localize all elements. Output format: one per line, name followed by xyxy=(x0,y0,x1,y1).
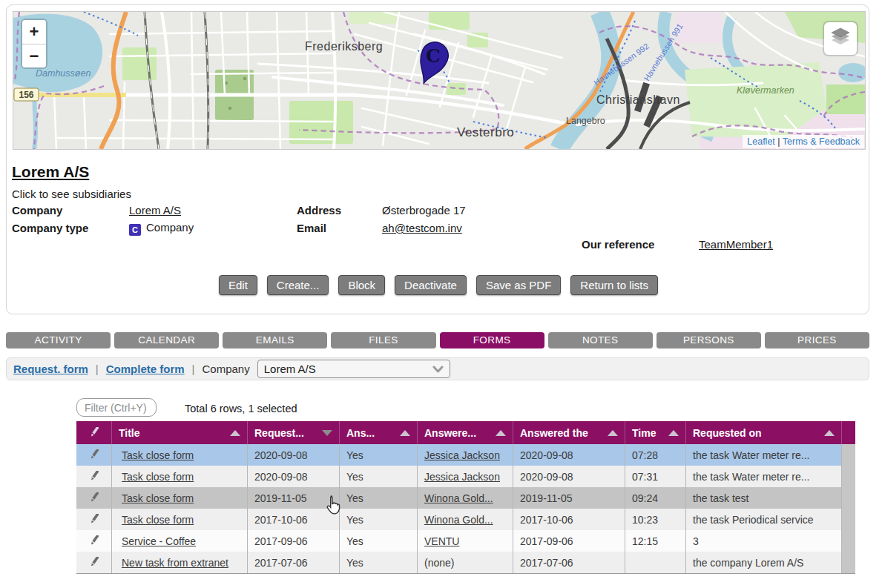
create-button[interactable]: Create... xyxy=(267,275,329,295)
tab-activity[interactable]: ACTIVITY xyxy=(6,332,111,348)
edit-row-button[interactable] xyxy=(76,466,112,487)
tab-files[interactable]: FILES xyxy=(331,332,435,348)
column-header-answered-the[interactable]: Answered the xyxy=(513,421,625,444)
tab-prices[interactable]: PRICES xyxy=(765,332,869,348)
tab-forms[interactable]: FORMS xyxy=(440,332,544,348)
marker-letter: C xyxy=(426,45,441,67)
company-select[interactable]: Lorem A/S xyxy=(257,360,450,378)
company-type-label: Company type xyxy=(12,222,88,234)
edit-row-button[interactable] xyxy=(76,530,112,552)
terms-feedback-link[interactable]: Terms & Feedback xyxy=(783,136,860,147)
column-label: Ans... xyxy=(346,427,375,439)
page: 156 Damhussøen Frederiksberg Vesterbro C… xyxy=(0,0,882,588)
column-header-time[interactable]: Time xyxy=(625,421,686,444)
cell-answered: Yes xyxy=(340,552,418,573)
cell-link[interactable]: Winona Gold... xyxy=(424,492,493,504)
column-label: Answered the xyxy=(520,427,588,439)
email-value-link[interactable]: ah@testcom.inv xyxy=(382,222,462,234)
company-value-link[interactable]: Lorem A/S xyxy=(129,204,181,217)
cell-answered: Yes xyxy=(340,530,418,552)
filter-input[interactable] xyxy=(76,398,157,417)
cell-requested: 2017-09-06 xyxy=(248,530,340,552)
deactivate-button[interactable]: Deactivate xyxy=(395,275,467,295)
cell-link[interactable]: Task close form xyxy=(122,471,194,483)
cell-link[interactable]: Task close form xyxy=(122,449,194,461)
cell-answered-by: (none) xyxy=(418,552,513,573)
cell-link[interactable]: Jessica Jackson xyxy=(424,449,500,461)
edit-row-button[interactable] xyxy=(76,487,112,509)
table-row-4[interactable]: Task close form2017-10-06YesWinona Gold.… xyxy=(76,509,855,530)
row-scrollbar-filler xyxy=(842,552,855,573)
cell-answered: Yes xyxy=(340,466,418,487)
tab-persons[interactable]: PERSONS xyxy=(656,332,761,348)
cell-link[interactable]: Task close form xyxy=(122,492,194,504)
table-row-6[interactable]: New task from extranet2017-07-06Yes(none… xyxy=(76,552,855,573)
cell-text: the task Water meter re... xyxy=(693,471,809,483)
cell-link[interactable]: Task close form xyxy=(122,514,194,526)
column-header-requested-on[interactable]: Requested on xyxy=(686,421,842,444)
chevron-down-icon xyxy=(432,366,444,373)
column-header-answered-by[interactable]: Answere... xyxy=(418,421,513,444)
cell-answered: Yes xyxy=(340,509,418,530)
cell-title: Task close form xyxy=(112,466,248,487)
address-label: Address xyxy=(297,204,341,217)
map-zoom-in-button[interactable]: + xyxy=(22,20,46,44)
tab-calendar[interactable]: CALENDAR xyxy=(114,332,219,348)
subsidiaries-link[interactable]: Click to see subsidiaries xyxy=(12,188,131,200)
map-layers-control[interactable] xyxy=(824,22,857,55)
cell-requested: 2020-09-08 xyxy=(248,466,340,487)
cell-link[interactable]: Winona Gold... xyxy=(424,514,493,526)
cell-text: 2020-09-08 xyxy=(254,471,308,483)
request-form-link[interactable]: Request. form xyxy=(13,363,88,375)
attribution-separator: | xyxy=(775,136,783,147)
pencil-icon xyxy=(90,557,99,568)
complete-form-link[interactable]: Complete form xyxy=(106,363,185,375)
cell-answered-the: 2020-09-08 xyxy=(513,444,625,466)
save-as-pdf-button[interactable]: Save as PDF xyxy=(476,275,561,295)
cell-link[interactable]: VENTU xyxy=(424,535,459,547)
company-label: Company xyxy=(12,204,62,217)
cell-text: 2017-10-06 xyxy=(254,514,308,526)
cell-text: the task Periodical service xyxy=(693,514,814,526)
sort-asc-icon xyxy=(230,430,240,436)
tab-emails[interactable]: EMAILS xyxy=(223,332,327,348)
edit-row-button[interactable] xyxy=(76,444,112,466)
cell-answered-by: Winona Gold... xyxy=(418,487,513,509)
table-row-3[interactable]: Task close form2019-11-05YesWinona Gold.… xyxy=(76,487,855,509)
map-label-langebro: Langebro xyxy=(566,116,605,126)
company-title[interactable]: Lorem A/S xyxy=(12,163,89,181)
sort-asc-icon xyxy=(496,430,506,436)
column-header-title[interactable]: Title xyxy=(112,421,248,444)
cell-text: the task Water meter re... xyxy=(693,449,809,461)
table-row-2[interactable]: Task close form2020-09-08YesJessica Jack… xyxy=(76,466,855,487)
cell-link[interactable]: New task from extranet xyxy=(122,557,228,569)
map-zoom-control: + − xyxy=(22,20,46,67)
map-zoom-out-button[interactable]: − xyxy=(22,44,46,67)
edit-button[interactable]: Edit xyxy=(219,275,257,295)
tab-notes[interactable]: NOTES xyxy=(548,332,653,348)
edit-row-button[interactable] xyxy=(76,509,112,530)
company-select-value: Lorem A/S xyxy=(264,363,316,375)
map[interactable]: 156 Damhussøen Frederiksberg Vesterbro C… xyxy=(13,11,866,150)
table-row-1[interactable]: Task close form2020-09-08YesJessica Jack… xyxy=(76,444,855,466)
edit-row-button[interactable] xyxy=(76,552,112,573)
leaflet-link[interactable]: Leaflet xyxy=(747,136,775,147)
cell-text: 10:23 xyxy=(632,514,658,526)
cell-requested-on: the task Periodical service xyxy=(686,509,842,530)
cell-answered-the: 2017-10-06 xyxy=(513,509,625,530)
forms-subnav: Request. form | Complete form | Company … xyxy=(6,357,869,380)
column-header-requested[interactable]: Request... xyxy=(248,421,340,444)
cell-title: Service - Coffee xyxy=(112,530,248,552)
block-button[interactable]: Block xyxy=(338,275,385,295)
column-header-answered[interactable]: Ans... xyxy=(340,421,418,444)
cell-link[interactable]: Service - Coffee xyxy=(122,535,196,547)
table-row-5[interactable]: Service - Coffee2017-09-06YesVENTU2017-0… xyxy=(76,530,855,552)
our-reference-value-link[interactable]: TeamMember1 xyxy=(699,238,773,251)
cell-link[interactable]: Jessica Jackson xyxy=(424,471,500,483)
company-type-badge: C xyxy=(129,224,141,236)
pencil-icon xyxy=(90,492,99,503)
cell-answered: Yes xyxy=(340,444,418,466)
return-to-lists-button[interactable]: Return to lists xyxy=(570,275,658,295)
column-header-edit[interactable] xyxy=(76,421,112,444)
cell-requested-on: 3 xyxy=(686,530,842,552)
